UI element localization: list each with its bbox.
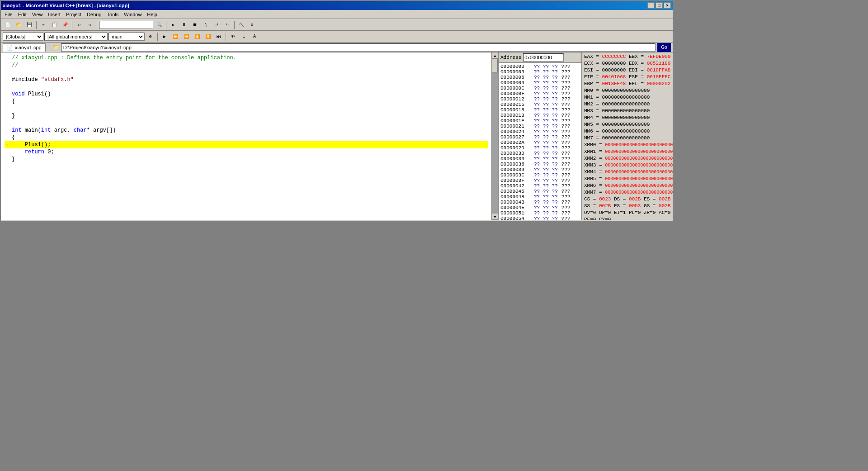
path-input[interactable] bbox=[61, 43, 656, 52]
function-dropdown[interactable]: main bbox=[108, 33, 145, 41]
code-text-13: Plus1(); bbox=[12, 141, 488, 148]
scroll-up-btn[interactable]: ▲ bbox=[492, 52, 498, 59]
address-input[interactable] bbox=[523, 53, 564, 62]
debug-toolbar-btn4[interactable]: ⏫ bbox=[192, 32, 202, 41]
mem-row: 0000001E?? ?? ????? bbox=[500, 118, 580, 124]
address-label: Address bbox=[500, 55, 521, 60]
line-arrow-1 bbox=[5, 54, 12, 62]
reg-xmm7: XMM7 = 00000000000000000000000000000000 bbox=[584, 189, 671, 196]
menu-project[interactable]: Project bbox=[63, 11, 84, 18]
code-line-10 bbox=[5, 119, 488, 127]
reg-xmm1: XMM1 = 00000000000000000000000000000000 bbox=[584, 148, 671, 155]
line-arrow-7 bbox=[5, 98, 12, 105]
code-line-7: { bbox=[5, 98, 488, 105]
minimize-button[interactable]: _ bbox=[647, 2, 655, 9]
go-button[interactable]: Go bbox=[657, 43, 671, 52]
reg-xmm3: XMM3 = 00000000000000000000000000000000 bbox=[584, 162, 671, 169]
scroll-down-btn[interactable]: ▼ bbox=[492, 214, 498, 220]
code-scrollbar[interactable]: ▲ ▼ bbox=[491, 52, 498, 220]
sep7 bbox=[226, 33, 226, 41]
menu-edit[interactable]: Edit bbox=[15, 11, 29, 18]
reg-xmm0: XMM0 = 00000000000000000000000000000000 bbox=[584, 142, 671, 148]
line-arrow-2 bbox=[5, 62, 12, 69]
auto-btn[interactable]: A bbox=[250, 32, 259, 41]
redo-button[interactable]: ↪ bbox=[85, 20, 95, 29]
code-line-5 bbox=[5, 83, 488, 90]
build-button[interactable]: 🔨 bbox=[236, 20, 246, 29]
open-button[interactable]: 📂 bbox=[14, 20, 24, 29]
editor-tab-xiaoyu1[interactable]: 📄 xiaoyu1.cpp bbox=[3, 43, 46, 52]
undo-button[interactable]: ↩ bbox=[74, 20, 84, 29]
line-arrow-4 bbox=[5, 76, 12, 83]
code-editor[interactable]: // xiaoyu1.cpp : Defines the entry point… bbox=[1, 52, 499, 220]
menu-help[interactable]: Help bbox=[144, 11, 160, 18]
debug-toolbar-btn5[interactable]: ⏬ bbox=[203, 32, 213, 41]
debug-toolbar-btn3[interactable]: ⏪ bbox=[181, 32, 191, 41]
sep4 bbox=[166, 21, 166, 29]
line-arrow-11 bbox=[5, 127, 12, 134]
code-text-4: #include "stdafx.h" bbox=[12, 76, 488, 83]
scroll-track[interactable] bbox=[492, 59, 498, 214]
copy-button[interactable]: 📋 bbox=[49, 20, 59, 29]
pause-button[interactable]: ⏸ bbox=[179, 20, 189, 29]
code-line-15: } bbox=[5, 156, 488, 163]
scope-dropdown[interactable]: [Globals] bbox=[3, 33, 43, 41]
paste-button[interactable]: 📌 bbox=[60, 20, 70, 29]
sep3 bbox=[97, 21, 97, 29]
menu-window[interactable]: Window bbox=[121, 11, 144, 18]
cut-button[interactable]: ✂ bbox=[38, 20, 48, 29]
reg-flags2: PE=0 CY=0 bbox=[584, 216, 671, 220]
reg-esi: ESI = 00000000 EDI = 0018FFA8 bbox=[584, 67, 671, 74]
reg-ebp: EBP = 0018FF48 EFL = 00000202 bbox=[584, 81, 671, 87]
sep6 bbox=[157, 33, 158, 41]
debug-toolbar-btn6[interactable]: ⏭ bbox=[214, 32, 224, 41]
search-button[interactable]: 🔍 bbox=[154, 20, 164, 29]
reg-mm0: MM0 = 0000000000000000 bbox=[584, 87, 671, 94]
code-text-12: { bbox=[12, 134, 488, 141]
locals-btn[interactable]: L bbox=[239, 32, 249, 41]
main-content: // xiaoyu1.cpp : Defines the entry point… bbox=[1, 52, 673, 220]
step-out[interactable]: ⤷ bbox=[222, 20, 232, 29]
search-input[interactable] bbox=[99, 21, 153, 29]
code-scroll-area[interactable]: // xiaoyu1.cpp : Defines the entry point… bbox=[1, 52, 498, 220]
scroll-thumb[interactable] bbox=[492, 59, 498, 72]
line-arrow-6 bbox=[5, 90, 12, 98]
mem-row: 0000003F?? ?? ????? bbox=[500, 178, 580, 183]
tab-icon: 📄 bbox=[7, 45, 13, 51]
run-button[interactable]: ▶ bbox=[168, 20, 178, 29]
new-button[interactable]: 📄 bbox=[3, 20, 13, 29]
reg-cs: CS = 0023 DS = 002B ES = 002B bbox=[584, 196, 671, 203]
sep5 bbox=[234, 21, 235, 29]
menu-tools[interactable]: Tools bbox=[104, 11, 122, 18]
main-window: xiaoyu1 - Microsoft Visual C++ [break] -… bbox=[0, 0, 674, 222]
mem-row: 00000048?? ?? ????? bbox=[500, 194, 580, 200]
step-into[interactable]: ⤶ bbox=[212, 20, 222, 29]
sep2 bbox=[72, 21, 72, 29]
menu-view[interactable]: View bbox=[29, 11, 46, 18]
menu-insert[interactable]: Insert bbox=[45, 11, 63, 18]
restore-button[interactable]: □ bbox=[656, 2, 663, 9]
stop-button[interactable]: ⏹ bbox=[190, 20, 200, 29]
debug-toolbar-btn2[interactable]: ⏩ bbox=[170, 32, 180, 41]
menu-file[interactable]: File bbox=[2, 11, 15, 18]
title-text: xiaoyu1 - Microsoft Visual C++ [break] -… bbox=[3, 3, 129, 8]
members-dropdown[interactable]: [All global members] bbox=[44, 33, 108, 41]
mem-row: 0000004E?? ?? ????? bbox=[500, 205, 580, 210]
compile-button[interactable]: ⚙ bbox=[247, 20, 257, 29]
mem-row: 00000012?? ?? ????? bbox=[500, 96, 580, 102]
code-line-1: // xiaoyu1.cpp : Defines the entry point… bbox=[5, 54, 488, 62]
mem-row: 00000000?? ?? ????? bbox=[500, 64, 580, 69]
step-over[interactable]: ⤵ bbox=[201, 20, 211, 29]
reg-eax: EAX = CCCCCCCC EBX = 7EFDE000 bbox=[584, 53, 671, 60]
scope-config-btn[interactable]: ⚙ bbox=[146, 32, 156, 41]
title-bar: xiaoyu1 - Microsoft Visual C++ [break] -… bbox=[1, 1, 673, 10]
tab-label: xiaoyu1.cpp bbox=[15, 45, 42, 50]
mem-row: 00000054?? ?? ????? bbox=[500, 216, 580, 220]
code-text-15: } bbox=[12, 156, 488, 163]
debug-toolbar-btn1[interactable]: ▶ bbox=[160, 32, 170, 41]
menu-debug[interactable]: Debug bbox=[84, 11, 104, 18]
save-button[interactable]: 💾 bbox=[24, 20, 34, 29]
close-button[interactable]: × bbox=[664, 2, 671, 9]
code-text-1: // xiaoyu1.cpp : Defines the entry point… bbox=[12, 54, 488, 62]
watch-btn[interactable]: 👁 bbox=[228, 32, 238, 41]
